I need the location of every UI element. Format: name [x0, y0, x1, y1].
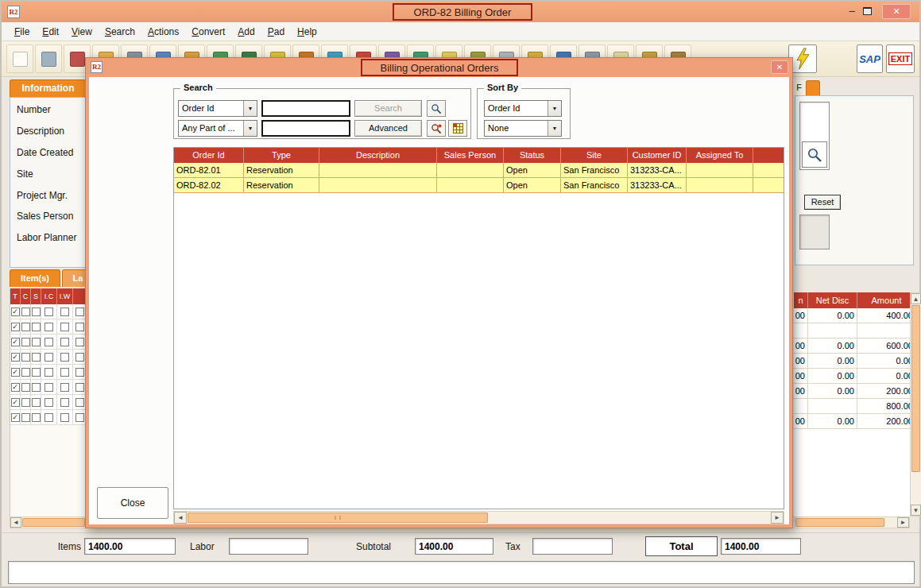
menu-item-search[interactable]: Search — [99, 24, 141, 40]
item-checkbox[interactable] — [60, 353, 69, 362]
menu-item-actions[interactable]: Actions — [141, 24, 185, 40]
item-row[interactable]: ✓ — [10, 319, 86, 335]
item-row[interactable]: ✓ — [10, 350, 86, 365]
item-checkbox[interactable] — [60, 368, 69, 377]
item-checkbox[interactable] — [60, 383, 69, 392]
item-checkbox[interactable] — [32, 368, 41, 377]
dropdown-arrow-icon[interactable]: ▼ — [243, 121, 257, 136]
menu-item-edit[interactable]: Edit — [36, 24, 65, 40]
order-row[interactable]: ORD-82.02ReservationOpenSan Francisco313… — [174, 178, 784, 193]
order-column-header[interactable]: Status — [504, 148, 561, 163]
sort-primary-combobox[interactable]: Order Id ▼ — [484, 100, 562, 117]
item-checkbox[interactable] — [45, 323, 53, 331]
dialog-horizontal-scrollbar[interactable]: ◄ ► — [173, 511, 784, 524]
item-checkbox[interactable] — [21, 308, 30, 316]
order-column-header[interactable]: Type — [244, 148, 319, 163]
order-column-header[interactable]: Customer ID — [628, 148, 687, 163]
item-checkbox[interactable] — [32, 323, 41, 331]
item-checkbox[interactable]: ✓ — [11, 413, 20, 422]
item-checkbox[interactable] — [32, 308, 41, 316]
item-checkbox[interactable]: ✓ — [11, 308, 20, 316]
item-checkbox[interactable] — [32, 383, 41, 392]
order-column-header[interactable]: Site — [561, 148, 628, 163]
item-row[interactable]: ✓ — [10, 410, 86, 425]
dialog-scroll-thumb[interactable] — [188, 513, 488, 523]
scroll-left-icon[interactable]: ◄ — [174, 512, 187, 524]
horizontal-scroll-thumb[interactable] — [22, 518, 85, 527]
horizontal-scrollbar-right[interactable]: ► — [794, 516, 910, 528]
item-row[interactable]: ✓ — [10, 365, 86, 380]
amount-row[interactable]: 000.00400.00 — [794, 308, 910, 323]
horizontal-scroll-thumb[interactable] — [795, 518, 884, 527]
item-row[interactable]: ✓ — [10, 304, 86, 319]
item-checkbox[interactable] — [75, 368, 84, 377]
item-checkbox[interactable] — [60, 413, 69, 422]
item-checkbox[interactable] — [60, 398, 69, 407]
order-column-header[interactable]: Sales Person — [437, 148, 504, 163]
amount-row[interactable]: 000.000.00 — [794, 354, 910, 369]
item-checkbox[interactable] — [45, 338, 53, 346]
sort-secondary-combobox[interactable]: None ▼ — [484, 120, 562, 137]
order-column-header[interactable]: Description — [319, 148, 437, 163]
amount-row[interactable]: 000.00200.00 — [794, 414, 910, 429]
vertical-scrollbar[interactable]: ▲ ▼ — [910, 292, 921, 516]
item-checkbox[interactable] — [32, 338, 41, 346]
scroll-up-icon[interactable]: ▲ — [911, 293, 921, 304]
item-checkbox[interactable] — [75, 383, 84, 392]
menu-item-view[interactable]: View — [65, 24, 99, 40]
item-column-header[interactable] — [73, 288, 86, 304]
item-checkbox[interactable] — [32, 413, 41, 422]
dialog-close-button[interactable]: ✕ — [771, 60, 788, 74]
search-mode-combobox[interactable]: Any Part of ... ▼ — [178, 120, 257, 137]
amount-column-header[interactable]: Amount — [857, 292, 910, 308]
item-checkbox[interactable] — [45, 368, 53, 377]
item-checkbox[interactable] — [60, 323, 69, 331]
reset-button[interactable]: Reset — [804, 195, 841, 210]
scroll-down-icon[interactable]: ▼ — [911, 505, 921, 516]
search-field-combobox[interactable]: Order Id ▼ — [178, 100, 257, 117]
search-value-input[interactable] — [261, 100, 350, 117]
item-checkbox[interactable] — [45, 383, 53, 392]
horizontal-scrollbar-left[interactable]: ◄ — [10, 516, 86, 528]
menu-item-add[interactable]: Add — [231, 24, 261, 40]
item-checkbox[interactable] — [21, 353, 30, 362]
dropdown-arrow-icon[interactable]: ▼ — [243, 101, 257, 116]
item-checkbox[interactable]: ✓ — [11, 368, 20, 377]
item-checkbox[interactable]: ✓ — [11, 338, 20, 346]
grid-options-button[interactable] — [448, 120, 467, 137]
item-column-header[interactable]: S — [31, 288, 41, 304]
item-column-header[interactable]: I.C — [41, 288, 57, 304]
menu-item-convert[interactable]: Convert — [185, 24, 231, 40]
find-button[interactable] — [427, 100, 446, 117]
exit-button[interactable]: EXIT — [886, 44, 915, 73]
item-row[interactable]: ✓ — [10, 335, 86, 350]
item-row[interactable]: ✓ — [10, 380, 86, 395]
minimize-button[interactable]: – — [844, 5, 860, 17]
tab-items[interactable]: Item(s) — [10, 269, 60, 287]
item-checkbox[interactable] — [75, 338, 84, 346]
close-button[interactable]: ✕ — [882, 4, 911, 19]
tab-remnant-next[interactable] — [806, 80, 820, 95]
order-column-header[interactable] — [753, 148, 784, 163]
item-checkbox[interactable] — [45, 308, 53, 316]
item-checkbox[interactable]: ✓ — [11, 323, 20, 331]
item-checkbox[interactable] — [75, 323, 84, 331]
item-checkbox[interactable] — [45, 353, 53, 362]
item-checkbox[interactable] — [21, 368, 30, 377]
item-row[interactable]: ✓ — [10, 395, 86, 410]
scroll-right-icon[interactable]: ► — [897, 517, 909, 528]
amount-row[interactable]: 000.00200.00 — [794, 384, 910, 399]
item-checkbox[interactable] — [21, 383, 30, 392]
dropdown-arrow-icon[interactable]: ▼ — [548, 101, 561, 116]
dropdown-arrow-icon[interactable]: ▼ — [548, 121, 561, 136]
amount-row[interactable]: 000.00600.00 — [794, 338, 910, 354]
item-checkbox[interactable] — [45, 398, 53, 407]
scroll-right-icon[interactable]: ► — [771, 512, 784, 524]
search-button[interactable]: Search — [354, 100, 422, 117]
new-document-icon[interactable] — [6, 44, 33, 73]
menu-item-file[interactable]: File — [8, 24, 36, 40]
amount-column-header[interactable]: Net Disc — [808, 292, 857, 308]
order-column-header[interactable]: Assigned To — [687, 148, 753, 163]
tab-information[interactable]: Information — [10, 79, 87, 97]
tab-remnant[interactable]: F — [793, 80, 805, 95]
